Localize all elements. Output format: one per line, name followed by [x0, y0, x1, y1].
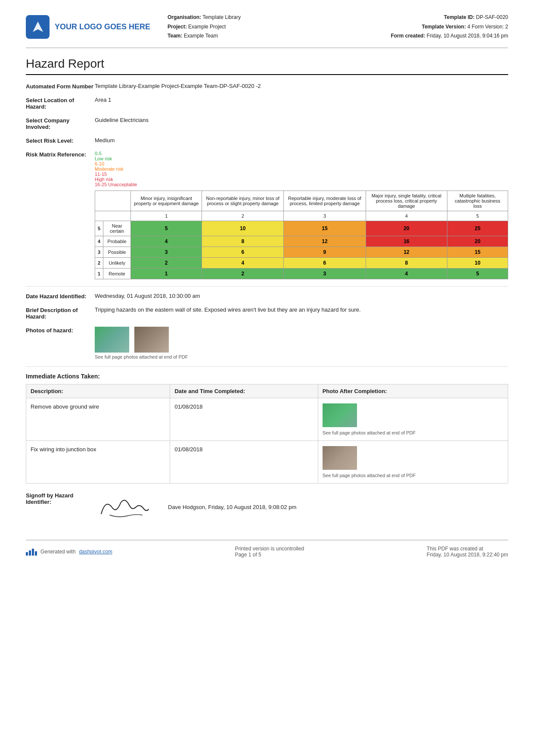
action-row-1-date: 01/08/2018	[170, 440, 318, 483]
matrix-num3: 3	[284, 211, 366, 221]
risk-legend-high: 11-15	[95, 172, 508, 177]
signature-box	[95, 492, 155, 522]
matrix-col4-header: Major injury, single fatality, critical …	[366, 191, 447, 211]
risk-matrix-table: Minor injury, insignificant property or …	[95, 191, 508, 279]
matrix-cell-4-2: 3	[284, 268, 366, 279]
matrix-row-4-likelihood-label: Remote	[103, 268, 131, 279]
footer: Generated with dashpivot.com Printed ver…	[26, 540, 508, 558]
action-photo-1	[323, 446, 357, 470]
matrix-row-3-likelihood-label: Unlikely	[103, 257, 131, 268]
company-row: Select Company Involved: Guideline Elect…	[26, 117, 508, 130]
matrix-cell-2-1: 6	[202, 247, 284, 257]
signoff-details: Dave Hodgson, Friday, 10 August 2018, 9:…	[168, 504, 296, 510]
project-value: Example Project	[188, 24, 226, 30]
photo-thumb-2	[134, 327, 169, 353]
risk-legend-low2: Low risk	[95, 156, 508, 161]
matrix-cell-1-2: 12	[284, 236, 366, 247]
matrix-cell-0-2: 15	[284, 221, 366, 236]
photo-thumbs	[95, 327, 508, 353]
matrix-cell-4-4: 5	[447, 268, 508, 279]
matrix-row-1-likelihood-num: 4	[95, 236, 103, 247]
template-id-label: Template ID:	[444, 14, 475, 20]
company-value: Guideline Electricians	[95, 117, 508, 130]
matrix-cell-3-0: 2	[131, 257, 202, 268]
footer-right: This PDF was created at Friday, 10 Augus…	[427, 546, 508, 558]
signature-svg	[97, 494, 153, 520]
matrix-cell-0-1: 10	[202, 221, 284, 236]
matrix-num5: 5	[447, 211, 508, 221]
photos-label: Photos of hazard:	[26, 327, 95, 359]
actions-col-date: Date and Time Completed:	[170, 384, 318, 398]
date-label: Date Hazard Identified:	[26, 293, 95, 300]
matrix-num-header	[95, 211, 131, 221]
matrix-cell-3-2: 6	[284, 257, 366, 268]
footer-pdf-date: Friday, 10 August 2018, 9:22:40 pm	[427, 552, 508, 558]
matrix-row-0-likelihood-label: Near certain	[103, 221, 131, 236]
template-version-label: Template Version:	[422, 24, 466, 30]
action-row-0-photo: See full page photos attached at end of …	[318, 398, 508, 440]
team-value: Example Team	[184, 33, 218, 39]
risk-legend-low: 0-5	[95, 151, 508, 156]
date-row: Date Hazard Identified: Wednesday, 01 Au…	[26, 293, 508, 300]
matrix-col3-header: Reportable injury, moderate loss of proc…	[284, 191, 366, 211]
matrix-cell-1-3: 16	[366, 236, 447, 247]
photos-row: Photos of hazard: See full page photos a…	[26, 327, 508, 359]
matrix-col5-header: Multiple fatalities, catastrophic busine…	[447, 191, 508, 211]
divider-1	[26, 286, 508, 287]
matrix-empty-header	[95, 191, 131, 211]
matrix-cell-0-4: 25	[447, 221, 508, 236]
signoff-content: Dave Hodgson, Friday, 10 August 2018, 9:…	[95, 492, 296, 522]
footer-pdf-created: This PDF was created at	[427, 546, 508, 552]
actions-title: Immediate Actions Taken:	[26, 373, 508, 380]
actions-table: Description: Date and Time Completed: Ph…	[26, 384, 508, 484]
action-photo-caption-0: See full page photos attached at end of …	[323, 430, 503, 435]
action-row-0-description: Remove above ground wire	[26, 398, 170, 440]
matrix-row-1-likelihood-label: Probable	[103, 236, 131, 247]
risk-matrix-label: Risk Matrix Reference:	[26, 151, 95, 279]
matrix-cell-1-4: 20	[447, 236, 508, 247]
dashpivot-link[interactable]: dashpivot.com	[79, 549, 112, 555]
action-row-1-photo: See full page photos attached at end of …	[318, 440, 508, 483]
description-row: Brief Description of Hazard: Tripping ha…	[26, 306, 508, 320]
footer-logo-icon	[26, 548, 37, 556]
footer-uncontrolled: Printed version is uncontrolled	[235, 546, 304, 552]
footer-left: Generated with dashpivot.com	[26, 546, 112, 558]
header-meta-cols: Organisation: Template Library Project: …	[168, 13, 508, 41]
footer-page: Page 1 of 5	[235, 552, 304, 558]
project-label: Project:	[168, 24, 187, 30]
page: YOUR LOGO GOES HERE Organisation: Templa…	[0, 0, 534, 756]
actions-col-description: Description:	[26, 384, 170, 398]
matrix-row-2-likelihood-num: 3	[95, 247, 103, 257]
risk-legend-moderate: 6-10	[95, 161, 508, 166]
location-row: Select Location of Hazard: Area 1	[26, 97, 508, 110]
risk-level-label: Select Risk Level:	[26, 137, 95, 144]
matrix-num2: 2	[202, 211, 284, 221]
photos-caption: See full page photos attached at end of …	[95, 354, 508, 359]
matrix-row-2-likelihood-label: Possible	[103, 247, 131, 257]
risk-level-value: Medium	[95, 137, 508, 144]
actions-col-photo: Photo After Completion:	[318, 384, 508, 398]
risk-legend: 0-5 Low risk 6-10 Moderate risk 11-15 Hi…	[95, 151, 508, 187]
matrix-cell-2-3: 12	[366, 247, 447, 257]
logo-text: YOUR LOGO GOES HERE	[55, 22, 150, 32]
risk-matrix-row: Risk Matrix Reference: 0-5 Low risk 6-10…	[26, 151, 508, 279]
matrix-col2-header: Non-reportable injury, minor loss of pro…	[202, 191, 284, 211]
matrix-cell-2-4: 15	[447, 247, 508, 257]
location-label: Select Location of Hazard:	[26, 97, 95, 110]
location-value: Area 1	[95, 97, 508, 110]
org-value: Template Library	[202, 14, 241, 20]
team-label: Team:	[168, 33, 182, 39]
header-meta-right: Template ID: DP-SAF-0020 Template Versio…	[391, 13, 508, 41]
form-number-value: Template Library-Example Project-Example…	[95, 83, 508, 90]
action-photo-caption-1: See full page photos attached at end of …	[323, 473, 503, 478]
header: YOUR LOGO GOES HERE Organisation: Templa…	[26, 13, 508, 48]
matrix-cell-3-3: 8	[366, 257, 447, 268]
form-number-label: Automated Form Number	[26, 83, 95, 90]
divider-2	[26, 366, 508, 367]
matrix-row-3-likelihood-num: 2	[95, 257, 103, 268]
logo-icon	[26, 15, 50, 39]
matrix-cell-0-3: 20	[366, 221, 447, 236]
matrix-cell-1-0: 4	[131, 236, 202, 247]
form-created-value: Friday, 10 August 2018, 9:04:16 pm	[427, 33, 508, 39]
company-label: Select Company Involved:	[26, 117, 95, 130]
